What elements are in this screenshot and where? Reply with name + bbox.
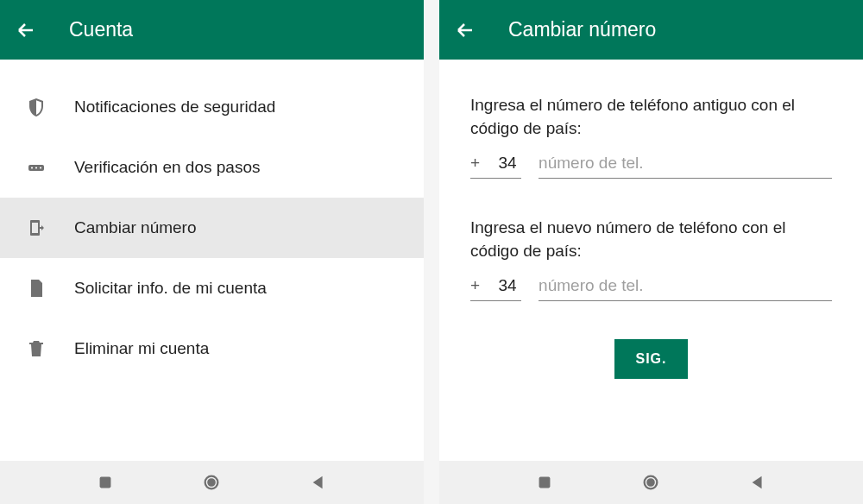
new-number-row: + 34 — [470, 276, 832, 301]
menu-item-request-info[interactable]: Solicitar info. de mi cuenta — [0, 258, 424, 318]
menu-label: Notificaciones de seguridad — [74, 98, 275, 117]
old-number-row: + 34 — [470, 154, 832, 179]
menu-item-delete-account[interactable]: Eliminar mi cuenta — [0, 318, 424, 379]
back-arrow-icon[interactable] — [455, 20, 476, 41]
menu-label: Eliminar mi cuenta — [74, 339, 209, 358]
menu-label: Solicitar info. de mi cuenta — [74, 279, 267, 298]
change-number-screen: Cambiar número Ingresa el número de telé… — [439, 0, 863, 504]
header-account: Cuenta — [0, 0, 424, 60]
new-phone-input[interactable] — [539, 276, 832, 301]
header-title: Cambiar número — [508, 18, 656, 41]
svg-point-1 — [31, 167, 33, 168]
new-number-label: Ingresa el nuevo número de teléfono con … — [470, 217, 832, 262]
trash-icon — [26, 338, 47, 359]
button-row: SIG. — [470, 339, 832, 379]
dots-icon — [26, 157, 47, 178]
nav-home-icon[interactable] — [202, 473, 221, 492]
form-content: Ingresa el número de teléfono antiguo co… — [439, 60, 863, 461]
nav-recent-icon[interactable] — [535, 473, 554, 492]
menu-item-change-number[interactable]: Cambiar número — [0, 198, 424, 258]
svg-point-9 — [648, 479, 654, 485]
old-phone-input[interactable] — [539, 154, 832, 179]
new-country-code: 34 — [494, 276, 521, 295]
old-number-label: Ingresa el número de teléfono antiguo co… — [470, 94, 832, 140]
svg-rect-7 — [539, 477, 550, 488]
menu-list: Notificaciones de seguridad Verificación… — [0, 60, 424, 379]
nav-home-icon[interactable] — [641, 473, 660, 492]
new-country-group[interactable]: + 34 — [470, 276, 521, 301]
menu-label: Cambiar número — [74, 218, 197, 237]
menu-content: Notificaciones de seguridad Verificación… — [0, 60, 424, 461]
document-icon — [26, 278, 47, 299]
svg-point-2 — [35, 167, 37, 168]
next-button[interactable]: SIG. — [614, 339, 687, 379]
header-title: Cuenta — [69, 18, 133, 41]
nav-bar — [439, 461, 863, 504]
header-change-number: Cambiar número — [439, 0, 863, 60]
back-arrow-icon[interactable] — [16, 20, 36, 41]
old-country-group[interactable]: + 34 — [470, 154, 521, 179]
nav-bar — [0, 461, 424, 504]
menu-label: Verificación en dos pasos — [74, 158, 260, 177]
svg-rect-4 — [99, 477, 110, 488]
shield-icon — [26, 97, 47, 117]
svg-point-6 — [209, 479, 215, 485]
menu-item-two-step[interactable]: Verificación en dos pasos — [0, 137, 424, 198]
old-country-code: 34 — [494, 154, 521, 173]
menu-item-security-notifications[interactable]: Notificaciones de seguridad — [0, 77, 424, 137]
phone-swap-icon — [26, 217, 47, 238]
nav-back-icon[interactable] — [748, 473, 767, 492]
nav-back-icon[interactable] — [309, 473, 328, 492]
svg-point-3 — [40, 167, 41, 168]
account-screen: Cuenta Notificaciones de seguridad Verif… — [0, 0, 424, 504]
nav-recent-icon[interactable] — [96, 473, 115, 492]
plus-sign: + — [470, 154, 480, 173]
plus-sign: + — [470, 276, 480, 295]
